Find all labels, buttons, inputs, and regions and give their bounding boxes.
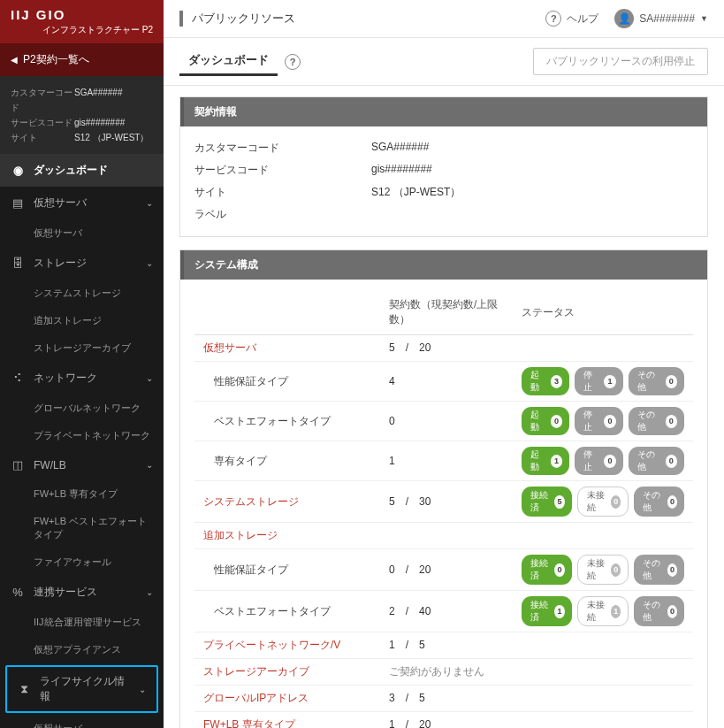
status-badge: 停止1 xyxy=(575,367,622,395)
sidebar-sub-system-storage[interactable]: システムストレージ xyxy=(0,280,164,307)
row-name: システムストレージ xyxy=(194,481,380,523)
sidebar-sub-lifecycle-vserver[interactable]: 仮想サーバ xyxy=(0,715,164,728)
sidebar-sub-global-network[interactable]: グローバルネットワーク xyxy=(0,395,164,422)
info-key: サービスコード xyxy=(194,163,371,178)
badge-label: その他 xyxy=(637,448,661,473)
row-status xyxy=(513,523,693,549)
system-panel: システム構成 契約数（現契約数/上限数） ステータス 仮想サーバ5 / 20性能… xyxy=(179,249,708,728)
sidebar-sub-vserver[interactable]: 仮想サーバ xyxy=(0,219,164,247)
table-row: 仮想サーバ5 / 20 xyxy=(194,335,693,362)
row-status: 接続済0未接続0その他0 xyxy=(513,549,693,591)
badge-label: 接続済 xyxy=(530,599,550,624)
info-val: gis######## xyxy=(371,163,432,178)
system-table: 契約数（現契約数/上限数） ステータス 仮想サーバ5 / 20性能保証タイプ4起… xyxy=(194,290,693,728)
info-row: カスタマーコードSGA###### xyxy=(194,137,693,159)
row-count: 1 / 20 xyxy=(380,712,513,729)
sidebar-item-vserver[interactable]: ▤ 仮想サーバ ⌄ xyxy=(0,187,164,219)
table-row: 性能保証タイプ0 / 20接続済0未接続0その他0 xyxy=(194,549,693,591)
sidebar-sub-private-network[interactable]: プライベートネットワーク xyxy=(0,422,164,449)
code-box: カスタマーコードSGA###### サービスコードgis######## サイト… xyxy=(0,76,164,154)
chevron-left-icon: ◀ xyxy=(11,55,18,65)
brand-title: IIJ GIO xyxy=(11,7,153,22)
table-row: 追加ストレージ xyxy=(194,523,693,549)
status-badge: その他0 xyxy=(634,555,684,585)
service-code-val: gis######## xyxy=(74,115,125,130)
status-badge: その他0 xyxy=(634,596,684,626)
table-row: ベストエフォートタイプ2 / 40接続済1未接続1その他0 xyxy=(194,591,693,632)
sidebar-item-dashboard[interactable]: ◉ ダッシュボード xyxy=(0,154,164,187)
row-status: 接続済1未接続1その他0 xyxy=(513,591,693,632)
stop-usage-button[interactable]: パブリックリソースの利用停止 xyxy=(533,48,708,75)
help-icon[interactable]: ? xyxy=(285,54,301,70)
user-label: SA####### xyxy=(639,12,695,25)
status-badge: 起動1 xyxy=(522,447,569,475)
server-icon: ▤ xyxy=(11,196,25,210)
status-badge: 起動3 xyxy=(522,367,569,395)
status-badge: 未接続0 xyxy=(577,487,629,517)
info-val: S12 （JP-WEST） xyxy=(371,185,461,200)
badge-count: 0 xyxy=(551,415,562,428)
sidebar-item-label: 仮想サーバ xyxy=(34,195,87,211)
brand-sub: インフラストラクチャー P2 xyxy=(11,24,153,36)
sidebar-sub-fwlb-besteffort[interactable]: FW+LB ベストエフォートタイプ xyxy=(0,508,164,548)
sidebar-sub-virtual-appliance[interactable]: 仮想アプライアンス xyxy=(0,636,164,663)
sidebar-item-label: 連携サービス xyxy=(34,585,97,600)
row-status: 起動1停止0その他0 xyxy=(513,441,693,481)
sidebar-item-label: ネットワーク xyxy=(34,371,97,386)
row-count: 1 xyxy=(380,441,513,481)
sidebar-item-network[interactable]: ⠪ ネットワーク ⌄ xyxy=(0,362,164,395)
row-count: 4 xyxy=(380,362,513,402)
badge-count: 5 xyxy=(554,495,564,509)
badge-label: 未接続 xyxy=(587,599,606,624)
sidebar-sub-add-storage[interactable]: 追加ストレージ xyxy=(0,307,164,334)
badge-label: 停止 xyxy=(583,369,599,394)
badge-count: 1 xyxy=(611,605,621,618)
help-link[interactable]: ? ヘルプ xyxy=(545,11,598,27)
row-name: グローバルIPアドレス xyxy=(194,686,380,712)
tab-dashboard[interactable]: ダッシュボード xyxy=(179,47,278,76)
row-name: 仮想サーバ xyxy=(194,335,380,362)
row-status: 起動3停止1その他0 xyxy=(513,362,693,402)
badge-label: 起動 xyxy=(530,448,546,473)
row-count: 3 / 5 xyxy=(380,686,513,712)
info-row: サービスコードgis######## xyxy=(194,159,693,181)
sidebar-item-storage[interactable]: 🗄 ストレージ ⌄ xyxy=(0,247,164,280)
user-menu[interactable]: 👤 SA####### ▼ xyxy=(614,9,708,28)
row-status xyxy=(513,712,693,729)
topbar: パブリックリソース ? ヘルプ 👤 SA####### ▼ xyxy=(164,0,724,38)
status-badge: 接続済5 xyxy=(522,487,572,517)
badge-count: 0 xyxy=(666,455,677,468)
sidebar-item-label: ストレージ xyxy=(34,256,87,271)
row-msg: ご契約がありません xyxy=(380,659,693,686)
chevron-down-icon: ⌄ xyxy=(146,198,153,208)
badge-label: 接続済 xyxy=(530,557,550,582)
sidebar-item-fwlb[interactable]: ◫ FW/LB ⌄ xyxy=(0,449,164,480)
row-name: ストレージアーカイブ xyxy=(194,659,380,686)
info-row: サイトS12 （JP-WEST） xyxy=(194,181,693,203)
status-badge: その他0 xyxy=(629,407,684,435)
sidebar-item-lifecycle[interactable]: ⧗ ライフサイクル情報 ⌄ xyxy=(7,667,156,711)
row-count xyxy=(380,523,513,549)
badge-count: 0 xyxy=(666,415,677,428)
row-name: FW+LB 専有タイプ xyxy=(194,712,380,729)
sidebar-sub-storage-archive[interactable]: ストレージアーカイブ xyxy=(0,334,164,362)
site-key: サイト xyxy=(11,130,74,145)
badge-count: 0 xyxy=(611,495,621,509)
contracts-link[interactable]: ◀ P2契約一覧へ xyxy=(0,43,164,76)
site-val: S12 （JP-WEST） xyxy=(74,130,149,145)
info-val: SGA###### xyxy=(371,141,429,156)
sidebar-sub-iij-mgmt[interactable]: IIJ統合運用管理サービス xyxy=(0,609,164,636)
info-key: カスタマーコード xyxy=(194,141,371,156)
avatar-icon: 👤 xyxy=(614,9,634,28)
status-badge: 未接続0 xyxy=(577,555,629,585)
badge-label: 接続済 xyxy=(530,489,550,514)
status-badge: 接続済0 xyxy=(522,555,572,585)
chevron-down-icon: ⌄ xyxy=(146,460,153,470)
sidebar-sub-fwlb-dedicated[interactable]: FW+LB 専有タイプ xyxy=(0,480,164,508)
sidebar-sub-firewall[interactable]: ファイアウォール xyxy=(0,548,164,576)
sidebar-item-linked[interactable]: % 連携サービス ⌄ xyxy=(0,576,164,609)
chevron-down-icon: ⌄ xyxy=(139,685,146,694)
badge-count: 1 xyxy=(554,605,564,618)
status-badge: その他0 xyxy=(629,367,684,395)
status-badge: その他0 xyxy=(634,487,684,517)
